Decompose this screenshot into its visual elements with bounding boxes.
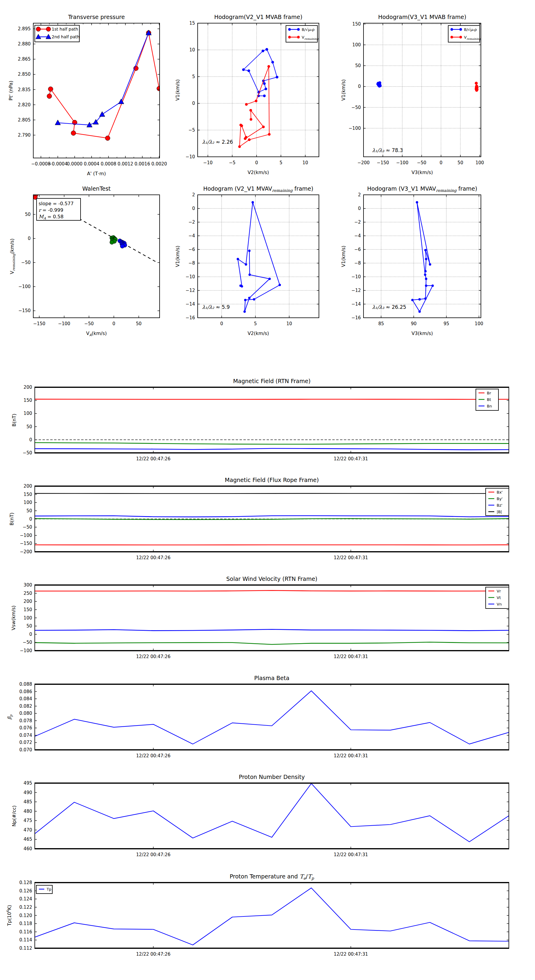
- plot-title: Hodogram (V2_V1 MVAVremaining frame): [203, 185, 313, 193]
- x-tick-label: −150: [377, 160, 389, 165]
- point-marker: [297, 36, 300, 38]
- series-bn: [35, 449, 509, 450]
- legend: 1st half path2nd half path: [35, 25, 80, 42]
- y-tick-label: 2: [358, 192, 361, 197]
- x-tick-label: −50: [417, 160, 426, 165]
- point-marker: [46, 27, 51, 32]
- point-marker: [71, 130, 76, 135]
- series-group: [238, 48, 278, 148]
- y-axis-label: V1(km/s): [341, 246, 346, 267]
- y-axis-label: Vsw(km/s): [11, 606, 16, 630]
- series-tp: [35, 888, 509, 945]
- hodogram-v2v1-mvav-plot: 051020−2−4−6−8−10−12−14−16Hodogram (V2_V…: [175, 185, 319, 336]
- point-marker: [242, 68, 245, 71]
- y-tick-label: −8: [188, 261, 195, 266]
- y-tick-label: 490: [24, 790, 32, 795]
- y-tick-label: 150: [24, 607, 32, 612]
- x-tick-label: 0: [112, 321, 115, 326]
- point-marker: [460, 36, 462, 38]
- y-tick-label: −4: [188, 233, 195, 239]
- y-tick-label: −12: [185, 288, 195, 293]
- legend: B/√μ₀ρVremaining: [448, 25, 481, 42]
- point-marker: [377, 84, 380, 87]
- y-tick-label: −2: [188, 220, 195, 225]
- y-axis-label: V1(km/s): [175, 246, 180, 267]
- series-group: [35, 590, 509, 644]
- series-1st-half-path: [50, 33, 159, 138]
- x-tick-label: −100: [58, 321, 70, 326]
- x-tick-label: 90: [411, 321, 417, 326]
- y-tick-label: 100: [24, 411, 32, 416]
- proton-density-panel: 12/22 00:47:2612/22 00:47:31495490485480…: [11, 773, 509, 858]
- y-tick-label: 0: [358, 206, 361, 211]
- point-marker: [241, 285, 243, 288]
- point-marker: [248, 70, 250, 72]
- y-tick-label: 0.116: [19, 929, 32, 935]
- legend-label: Bt: [487, 397, 491, 402]
- series-group: [35, 399, 509, 450]
- point-marker: [278, 284, 281, 286]
- walen-test-plot: −150−100−50050500−50−100−150WalenTestVA(…: [9, 185, 160, 337]
- y-tick-label: −6: [188, 247, 195, 252]
- point-marker: [263, 82, 266, 85]
- point-marker: [475, 82, 478, 84]
- y-tick-label: 465: [24, 837, 32, 842]
- point-marker: [244, 299, 246, 301]
- y-tick-label: −50: [22, 640, 32, 645]
- y-tick-label: 150: [24, 398, 32, 403]
- point-marker: [248, 250, 251, 252]
- y-tick-label: 2.805: [18, 117, 30, 123]
- y-tick-label: 0.126: [19, 888, 32, 894]
- point-marker: [251, 201, 254, 204]
- x-tick-label: 12/22 00:47:31: [334, 555, 368, 560]
- y-tick-label: 0.120: [19, 913, 32, 918]
- y-tick-label: 2.790: [18, 132, 30, 138]
- point-marker: [268, 133, 270, 136]
- y-tick-label: 50: [25, 212, 30, 217]
- y-tick-label: −100: [20, 533, 32, 538]
- point-marker: [248, 138, 251, 141]
- y-tick-label: 0.076: [19, 725, 32, 730]
- solar-wind-velocity-panel: 12/22 00:47:2612/22 00:47:31300250200150…: [11, 576, 509, 659]
- x-tick-label: 100: [475, 321, 483, 326]
- x-tick-label: 12/22 00:47:31: [334, 456, 368, 461]
- y-tick-label: −4: [354, 233, 361, 239]
- y-tick-label: 2.835: [18, 87, 30, 92]
- axes-frame: [35, 585, 509, 651]
- x-tick-label: 12/22 00:47:26: [136, 456, 170, 461]
- transverse-pressure-plot: −0.0008−0.00040.00000.00040.00080.00120.…: [8, 14, 167, 177]
- point-marker: [425, 285, 427, 287]
- x-tick-label: 12/22 00:47:26: [136, 753, 170, 759]
- series-group: [35, 691, 509, 744]
- y-tick-label: 100: [24, 500, 32, 505]
- series-bz-: [35, 516, 509, 517]
- legend-label: Tp: [46, 887, 51, 891]
- annotation-text: λ₁/λ₃ ≈ 26.25: [372, 304, 406, 310]
- annotation-text: r = -0.999: [38, 207, 63, 213]
- plot-title: Magnetic Field (Flux Rope Frame): [225, 477, 319, 483]
- figure-canvas: −0.0008−0.00040.00000.00040.00080.00120.…: [0, 0, 535, 980]
- magnetic-field-fluxrope-panel: 12/22 00:47:2612/22 00:47:31200150100500…: [9, 477, 509, 560]
- series-beta-p: [35, 691, 509, 744]
- point-marker: [47, 94, 52, 99]
- point-marker: [276, 76, 278, 78]
- point-marker: [431, 285, 434, 287]
- triangle-marker: [99, 111, 105, 116]
- point-marker: [288, 36, 291, 38]
- point-marker: [250, 118, 252, 121]
- point-marker: [255, 100, 257, 102]
- point-marker: [425, 278, 427, 280]
- y-tick-label: 50: [26, 508, 32, 514]
- legend-label: B/√μ₀ρ: [464, 27, 477, 32]
- annotation-text: slope = -0.577: [38, 201, 74, 207]
- series-vn: [35, 629, 509, 630]
- y-tick-label: 0.124: [19, 896, 32, 902]
- x-tick-label: 0.0016: [134, 161, 150, 167]
- y-tick-label: 460: [24, 846, 32, 851]
- legend-label: 2nd half path: [52, 35, 80, 39]
- y-tick-label: 50: [355, 63, 361, 68]
- y-tick-label: 0: [29, 437, 32, 442]
- triangle-marker: [55, 120, 60, 125]
- x-tick-label: −200: [357, 160, 369, 165]
- point-marker: [424, 298, 426, 300]
